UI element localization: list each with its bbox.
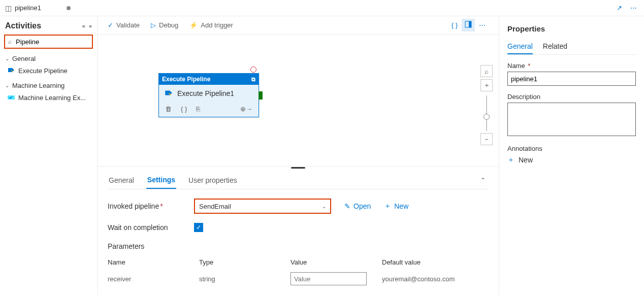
description-input[interactable] [507, 103, 636, 136]
pencil-icon: ✎ [344, 202, 350, 210]
search-icon: ⌕ [8, 38, 12, 45]
toolbar-more-icon[interactable]: ⋯ [476, 19, 489, 31]
col-name: Name [108, 258, 199, 266]
activity-label: Execute Pipeline [18, 67, 68, 75]
param-default: youremail@contoso.com [382, 275, 489, 283]
wait-on-completion-checkbox[interactable]: ✓ [194, 223, 203, 232]
col-default: Default value [382, 258, 489, 266]
col-value: Value [291, 258, 382, 266]
more-actions-icon[interactable]: ⋯ [628, 2, 639, 14]
new-pipeline-button[interactable]: ＋ New [384, 202, 408, 211]
chevron-down-icon: ⌄ [5, 83, 9, 88]
activity-label: Machine Learning Ex... [18, 94, 86, 102]
wait-on-completion-label: Wait on completion [108, 223, 194, 232]
svg-rect-2 [469, 21, 471, 27]
zoom-thumb[interactable] [484, 114, 490, 120]
properties-panel: Properties General Related Name * Descri… [499, 16, 644, 295]
add-trigger-label: Add trigger [201, 21, 233, 29]
param-value-input[interactable] [291, 272, 367, 285]
description-field-label: Description [507, 93, 636, 101]
group-label: General [12, 55, 36, 62]
delete-icon[interactable]: 🗑 [165, 105, 172, 113]
node-footer: 🗑 { } ⎘ ⊕→ [159, 102, 259, 117]
add-trigger-button[interactable]: ⚡ Add trigger [189, 21, 233, 29]
plus-icon: ＋ [507, 155, 514, 165]
canvas-node-execute-pipeline[interactable]: Execute Pipeline ⧉ Execute Pipeline1 🗑 {… [158, 73, 259, 117]
maximize-icon[interactable]: ↗ [615, 2, 624, 14]
invoked-pipeline-label: Invoked pipeline* [108, 202, 194, 210]
add-output-icon[interactable]: ⊕→ [240, 105, 252, 113]
activities-group-ml[interactable]: ⌄ Machine Learning [4, 80, 93, 91]
invoked-pipeline-select[interactable]: SendEmail ⌄ [194, 199, 331, 214]
parameters-header: Name Type Value Default value [108, 255, 489, 269]
execute-pipeline-icon [7, 67, 15, 75]
copy-icon[interactable]: ⎘ [196, 105, 200, 113]
tab-settings[interactable]: Settings [146, 172, 176, 189]
zoom-controls: ⌕ ＋ − [480, 65, 493, 147]
code-icon[interactable]: { } [181, 105, 187, 113]
search-canvas-icon[interactable]: ⌕ [480, 65, 493, 77]
debug-label: Debug [159, 21, 178, 29]
properties-tabs: General Related [507, 39, 636, 55]
activities-title: Activities [5, 21, 41, 30]
parameter-row: receiver string youremail@contoso.com [108, 269, 489, 288]
execute-pipeline-icon [164, 89, 173, 98]
annotations-label: Annotations [507, 145, 636, 152]
debug-button[interactable]: ▷ Debug [151, 21, 178, 29]
pipeline-canvas[interactable]: Execute Pipeline ⧉ Execute Pipeline1 🗑 {… [98, 35, 499, 167]
properties-toggle-icon[interactable] [462, 19, 475, 31]
unsaved-indicator-icon [67, 6, 71, 10]
name-field-label: Name * [507, 62, 636, 70]
activities-search-input[interactable] [15, 38, 102, 46]
open-label: Open [353, 202, 371, 210]
ml-icon [7, 93, 15, 102]
pipeline-toolbar: ✓ Validate ▷ Debug ⚡ Add trigger { } ⋯ [98, 16, 499, 35]
open-pipeline-button[interactable]: ✎ Open [344, 202, 371, 210]
validation-error-icon [250, 67, 256, 73]
resource-name: pipeline1 [15, 4, 41, 12]
resource-tab-bar: ◫ pipeline1 ↗ ⋯ [0, 0, 644, 16]
trigger-icon: ⚡ [189, 21, 198, 29]
collapse-pane-icon[interactable]: ⌃ [480, 177, 489, 184]
new-label: New [394, 202, 408, 210]
chevron-down-icon: ⌄ [5, 56, 9, 61]
validate-button[interactable]: ✓ Validate [108, 21, 140, 29]
zoom-slider[interactable] [486, 95, 487, 131]
activity-execute-pipeline[interactable]: Execute Pipeline [4, 64, 93, 77]
zoom-out-button[interactable]: − [480, 133, 493, 145]
collapse-activities-icon[interactable]: « « [82, 23, 93, 29]
activity-ml-execute[interactable]: Machine Learning Ex... [4, 91, 93, 104]
param-name: receiver [108, 275, 199, 283]
node-type-label: Execute Pipeline [162, 76, 210, 83]
pipeline-resource-icon: ◫ [5, 4, 12, 12]
chevron-down-icon: ⌄ [322, 204, 326, 209]
settings-tabs: General Settings User properties ⌃ [108, 172, 489, 189]
node-body[interactable]: Execute Pipeline1 [159, 85, 259, 102]
node-name: Execute Pipeline1 [177, 89, 234, 97]
node-header[interactable]: Execute Pipeline ⧉ [159, 74, 259, 85]
pipeline-name-input[interactable] [507, 72, 636, 86]
param-type: string [199, 275, 291, 283]
activities-group-general[interactable]: ⌄ General [4, 53, 93, 64]
node-success-connector[interactable] [259, 91, 263, 100]
tab-properties-related[interactable]: Related [543, 39, 567, 54]
parameters-title: Parameters [108, 242, 489, 250]
validate-label: Validate [116, 21, 140, 29]
invoked-pipeline-value: SendEmail [199, 203, 231, 210]
code-view-icon[interactable]: { } [448, 19, 461, 31]
check-icon: ✓ [108, 21, 113, 29]
zoom-in-button[interactable]: ＋ [480, 79, 493, 91]
activities-panel: Activities « « ⌕ ⌄ General Execute Pipel… [0, 16, 98, 295]
tab-properties-general[interactable]: General [507, 39, 533, 54]
new-label: New [519, 156, 533, 164]
properties-title: Properties [507, 24, 636, 33]
add-annotation-button[interactable]: ＋ New [507, 155, 636, 165]
activity-settings-pane: General Settings User properties ⌃ Invok… [98, 170, 499, 293]
open-node-icon[interactable]: ⧉ [251, 76, 255, 83]
plus-icon: ＋ [384, 202, 391, 211]
tab-general[interactable]: General [108, 172, 135, 188]
activities-search[interactable]: ⌕ [4, 35, 93, 49]
activities-header: Activities « « [5, 21, 93, 30]
col-type: Type [199, 258, 291, 266]
tab-user-properties[interactable]: User properties [187, 172, 238, 188]
